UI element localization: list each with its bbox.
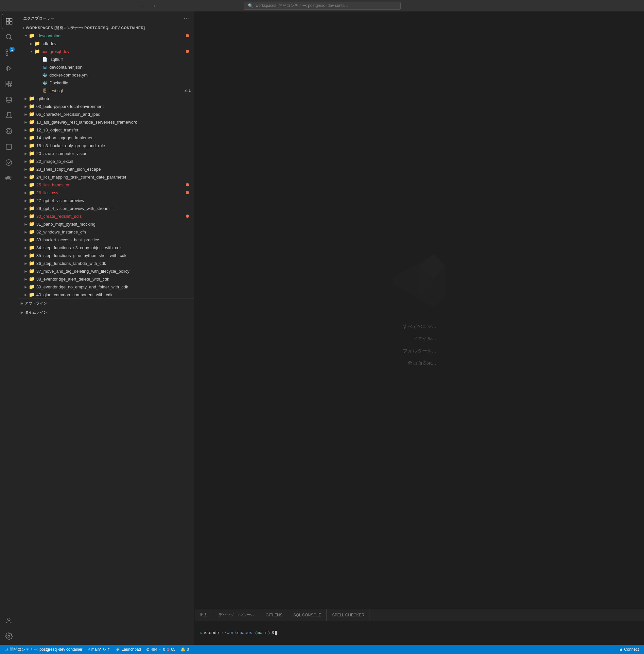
- error-icon: ⊗: [166, 647, 170, 652]
- svg-rect-22: [7, 178, 8, 179]
- tree-item-12[interactable]: ▶ 📁 12_s3_object_transfer: [18, 126, 194, 134]
- status-container[interactable]: ⇄ 開発コンテナー: postgresql-dev container: [3, 645, 85, 654]
- svg-point-6: [6, 50, 8, 52]
- tree-item-06[interactable]: ▶ 📁 06_character_precision_and_lpad: [18, 110, 194, 118]
- tree-item-37[interactable]: ▶ 📁 37_move_and_tag_deleting_with_lifecy…: [18, 267, 194, 275]
- titlebar-search[interactable]: 🔍 workspaces [開発コンテナー: postgresql-dev co…: [244, 2, 401, 10]
- status-connect[interactable]: 🖥 Connect: [616, 645, 641, 654]
- folder-31-icon: 📁: [28, 221, 35, 227]
- tree-item-postgresql-dev[interactable]: ▾ 📁 postgresql-dev: [18, 47, 194, 55]
- terminal-tab-output[interactable]: 出力: [194, 609, 213, 621]
- tree-item-25[interactable]: ▶ 📁 25_iics_hands_on: [18, 181, 194, 189]
- remote-activity-icon[interactable]: [2, 124, 16, 138]
- workspace-root[interactable]: ▾ WORKSPACES [開発コンテナー: POSTGRESQL-DEV CO…: [18, 24, 194, 32]
- tree-item-32[interactable]: ▶ 📁 32_windows_instance_cfn: [18, 228, 194, 236]
- tree-item-36[interactable]: ▶ 📁 36_step_functions_lambda_with_cdk: [18, 259, 194, 267]
- more-actions-icon[interactable]: ···: [184, 15, 189, 21]
- flask-activity-icon[interactable]: [2, 108, 16, 123]
- folder-25-label: 25_iics_hands_on: [36, 183, 186, 187]
- tree-item-39[interactable]: ▶ 📁 39_eventbridge_no_empty_and_folder_w…: [18, 283, 194, 291]
- run-activity-icon[interactable]: [2, 61, 16, 75]
- tree-item-30[interactable]: ▶ 📁 30_create_redshift_ddls: [18, 212, 194, 220]
- tree-item-29[interactable]: ▶ 📁 29_gpt_4_vision_preview_with_streaml…: [18, 204, 194, 212]
- svg-rect-2: [6, 22, 9, 24]
- status-bell[interactable]: 🔔 0: [178, 645, 192, 654]
- timeline-section-header[interactable]: ▶ タイムライン: [18, 308, 194, 317]
- tree-item-22[interactable]: ▶ 📁 22_image_to_excel: [18, 157, 194, 165]
- workspace-arrow: ▾: [21, 25, 26, 30]
- search-icon: 🔍: [248, 3, 253, 8]
- tree-item-test-sql[interactable]: ▶ 🗄 test.sql 3, U: [18, 87, 194, 94]
- tree-item-cdk-dev[interactable]: ▶ 📁 cdk-dev: [18, 40, 194, 47]
- postgresql-dev-label: postgresql-dev: [42, 49, 186, 54]
- folder-12-arrow: ▶: [23, 127, 28, 133]
- sidebar-content[interactable]: ▾ WORKSPACES [開発コンテナー: POSTGRESQL-DEV CO…: [18, 24, 194, 645]
- settings-activity-icon[interactable]: [2, 629, 16, 644]
- outline-section-header[interactable]: ▶ アウトライン: [18, 299, 194, 308]
- tree-item-github[interactable]: ▶ 📁 .github: [18, 94, 194, 102]
- tree-item-40[interactable]: ▶ 📁 40_glue_common_component_with_cdk: [18, 291, 194, 299]
- folder-23-icon: 📁: [28, 166, 35, 172]
- search-activity-icon[interactable]: [2, 30, 16, 44]
- database-activity-icon[interactable]: [2, 93, 16, 107]
- terminal-tab-sql-console[interactable]: SQL CONSOLE: [288, 609, 327, 621]
- tree-item-20[interactable]: ▶ 📁 20_azure_computer_vision: [18, 149, 194, 157]
- folder-30-arrow: ▶: [23, 213, 28, 219]
- forward-button[interactable]: →: [149, 2, 158, 10]
- folder-24-arrow: ▶: [23, 174, 28, 180]
- terminal-tab-spell-checker[interactable]: SPELL CHECKER: [327, 609, 370, 621]
- sqlfluff-file-icon: 📄: [42, 56, 48, 63]
- tree-item-23[interactable]: ▶ 📁 23_shell_script_with_json_escape: [18, 165, 194, 173]
- main-area: すべてのコマ... ファイル... フォルダーを... 全画面表示... 出力 …: [194, 11, 644, 645]
- svg-rect-3: [9, 22, 12, 24]
- status-launchpad[interactable]: ⚡ Launchpad: [113, 645, 144, 654]
- status-branch[interactable]: ⑂ main* ↻ ⇡: [85, 645, 113, 654]
- tree-item-31[interactable]: ▶ 📁 31_paho_mqtt_pytest_mocking: [18, 220, 194, 228]
- check-activity-icon[interactable]: [2, 155, 16, 170]
- tree-item-24[interactable]: ▶ 📁 24_iics_mapping_task_current_date_pa…: [18, 173, 194, 181]
- source-control-activity-icon[interactable]: 1: [2, 45, 16, 60]
- terminal-tab-debug[interactable]: デバッグ コンソール: [213, 609, 260, 621]
- sidebar-header: エクスプローラー ···: [18, 11, 194, 24]
- svg-rect-12: [6, 81, 8, 84]
- launchpad-label: Launchpad: [122, 647, 141, 652]
- svg-rect-1: [9, 18, 12, 21]
- devcontainer-label: .devcontainer: [36, 33, 186, 38]
- terminal-tab-gitlens[interactable]: GITLENS: [260, 609, 288, 621]
- docker-activity-icon[interactable]: [2, 171, 16, 185]
- tree-item-34[interactable]: ▶ 📁 34_step_functions_s3_copy_object_wit…: [18, 243, 194, 252]
- extensions-activity-icon[interactable]: [2, 77, 16, 91]
- vscode-watermark: [390, 252, 449, 310]
- tree-item-03[interactable]: ▶ 📁 03_build-pyspark-local-environment: [18, 102, 194, 110]
- tree-item-devcontainer[interactable]: ▾ 📁 .devcontainer: [18, 32, 194, 40]
- svg-point-20: [6, 160, 12, 165]
- tree-item-sqlfluff[interactable]: ▶ 📄 .sqlfluff: [18, 55, 194, 63]
- account-activity-icon[interactable]: [2, 613, 16, 628]
- cylinder-activity-icon[interactable]: [2, 140, 16, 154]
- sidebar-header-actions[interactable]: ···: [184, 15, 189, 21]
- status-items-count[interactable]: ⊙ 494 △ 0 ⊗ 65: [144, 645, 178, 654]
- folder-14-arrow: ▶: [23, 135, 28, 140]
- tree-item-10[interactable]: ▶ 📁 10_api_gateway_rest_lambda_serverles…: [18, 118, 194, 126]
- folder-20-label: 20_azure_computer_vision: [36, 151, 194, 156]
- folder-23-label: 23_shell_script_with_json_escape: [36, 167, 194, 172]
- folder-40-label: 40_glue_common_component_with_cdk: [36, 292, 194, 297]
- sidebar: エクスプローラー ··· ▾ WORKSPACES [開発コンテナー: POST…: [18, 11, 194, 645]
- folder-06-label: 06_character_precision_and_lpad: [36, 112, 194, 117]
- outline-label: アウトライン: [25, 301, 47, 306]
- tree-item-35[interactable]: ▶ 📁 35_step_functions_glue_python_shell_…: [18, 252, 194, 259]
- tree-item-26[interactable]: ▶ 📁 26_iics_csv: [18, 189, 194, 196]
- folder-25-arrow: ▶: [23, 182, 28, 187]
- items-count: 494: [151, 647, 157, 652]
- tree-item-38[interactable]: ▶ 📁 38_eventbridge_alert_delete_with_cdk: [18, 275, 194, 283]
- tree-item-dockerfile[interactable]: ▶ 🐳 Dockerfile: [18, 79, 194, 87]
- tree-item-docker-compose[interactable]: ▶ 🐳 docker-compose.yml: [18, 71, 194, 79]
- tree-item-27[interactable]: ▶ 📁 27_gpt_4_vision_preview: [18, 196, 194, 204]
- tree-item-devcontainer-json[interactable]: ▶ ⊞ devcontainer.json: [18, 63, 194, 71]
- tree-item-33[interactable]: ▶ 📁 33_bucket_access_best_practice: [18, 236, 194, 243]
- explorer-activity-icon[interactable]: [2, 14, 16, 28]
- tree-item-14[interactable]: ▶ 📁 14_python_loggger_implement: [18, 134, 194, 142]
- back-button[interactable]: ←: [137, 2, 146, 10]
- tree-item-15[interactable]: ▶ 📁 15_s3_bucket_only_group_and_role: [18, 142, 194, 149]
- folder-23-arrow: ▶: [23, 166, 28, 172]
